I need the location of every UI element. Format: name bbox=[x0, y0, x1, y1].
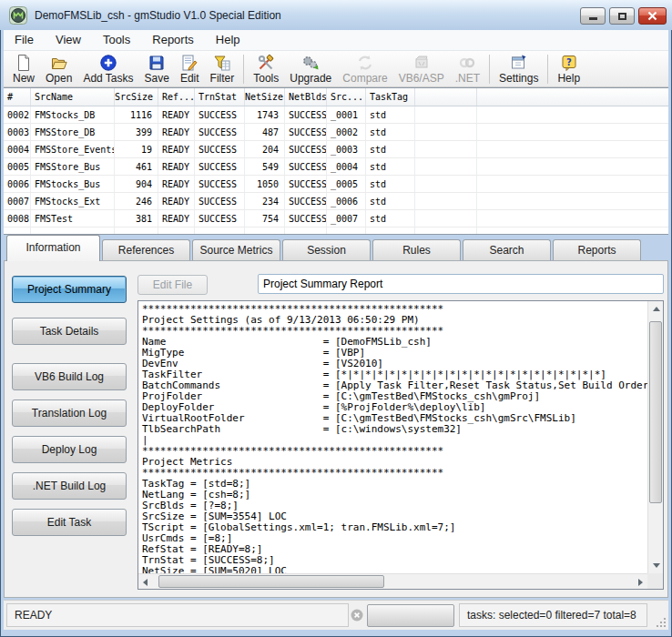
vb6-asp-box-icon bbox=[412, 54, 431, 72]
horizontal-scroll-thumb[interactable] bbox=[158, 575, 384, 588]
menu-view[interactable]: View bbox=[45, 30, 92, 50]
table-row[interactable]: 0002 FMStocks_DB 1116 READY SUCCESS 1743… bbox=[4, 106, 668, 124]
cell-netblds: SUCCESS bbox=[285, 210, 327, 227]
toolbar-separator bbox=[243, 55, 244, 84]
col-trnstat[interactable]: TrnStat bbox=[195, 88, 245, 106]
col-netblds[interactable]: NetBlds bbox=[285, 88, 327, 106]
table-row[interactable]: 0005 FMSStore_Bus 461 READY SUCCESS 549 … bbox=[4, 158, 668, 176]
task-details-button[interactable]: Task Details bbox=[12, 318, 127, 345]
cell-srcname: FMSStore_Bus bbox=[31, 158, 115, 175]
scroll-up-icon[interactable] bbox=[653, 307, 660, 311]
cell-tasktag: std bbox=[366, 193, 415, 209]
filter-label: Filter bbox=[210, 72, 235, 85]
cell-trnstat: SUCCESS bbox=[195, 106, 245, 123]
table-row[interactable]: 0007 FMStocks_Ext 246 READY SUCCESS 234 … bbox=[4, 193, 668, 210]
cell-trnstat: SUCCESS bbox=[195, 141, 245, 157]
scroll-down-icon[interactable] bbox=[653, 563, 660, 568]
col-srcsize[interactable]: SrcSize bbox=[115, 88, 158, 106]
vertical-scrollbar[interactable] bbox=[647, 301, 663, 573]
cell-extra bbox=[415, 176, 477, 192]
edit-task-button[interactable]: Edit Task bbox=[12, 509, 127, 536]
tools-button[interactable]: Tools bbox=[248, 52, 284, 86]
cell-tasktag: std bbox=[366, 106, 415, 123]
menu-help[interactable]: Help bbox=[205, 30, 251, 50]
col-netsize[interactable]: NetSize bbox=[245, 88, 285, 106]
cell-extra bbox=[415, 193, 477, 209]
open-button[interactable]: Open bbox=[40, 52, 77, 86]
help-button[interactable]: ? Help bbox=[552, 52, 585, 86]
cell-netblds: SUCCESS bbox=[285, 124, 327, 140]
cell-netsize: 1743 bbox=[245, 106, 285, 123]
cell-extra bbox=[415, 141, 477, 157]
filter-funnel-icon bbox=[213, 54, 231, 72]
settings-button[interactable]: Settings bbox=[494, 52, 544, 86]
menu-file[interactable]: File bbox=[4, 30, 45, 50]
vertical-scroll-thumb[interactable] bbox=[649, 321, 662, 503]
tab-search[interactable]: Search bbox=[463, 239, 551, 261]
filter-button[interactable]: Filter bbox=[205, 52, 240, 86]
cell-filler bbox=[477, 106, 668, 123]
cell-refstat: READY bbox=[158, 106, 195, 123]
open-label: Open bbox=[46, 72, 72, 85]
col-extra bbox=[415, 88, 477, 106]
scroll-left-icon[interactable] bbox=[143, 579, 148, 586]
resize-grip[interactable] bbox=[655, 616, 667, 628]
menu-tools[interactable]: Tools bbox=[92, 30, 141, 50]
vb6-asp-label: VB6/ASP bbox=[399, 72, 444, 85]
project-summary-button[interactable]: Project Summary bbox=[12, 276, 127, 303]
status-cancel-icon[interactable] bbox=[351, 609, 363, 622]
edit-button[interactable]: Edit bbox=[175, 52, 205, 86]
horizontal-scrollbar[interactable] bbox=[138, 573, 647, 589]
save-button[interactable]: Save bbox=[139, 52, 175, 86]
col-refstat[interactable]: Ref... bbox=[158, 88, 195, 106]
col-srcname[interactable]: SrcName bbox=[31, 88, 115, 106]
upgrade-button[interactable]: Upgrade bbox=[284, 52, 337, 86]
col-srcblds[interactable]: Src... bbox=[327, 88, 366, 106]
restore-button[interactable] bbox=[609, 7, 635, 25]
help-label: Help bbox=[557, 72, 580, 85]
translation-log-button[interactable]: Translation Log bbox=[12, 399, 127, 427]
cell-tasktag: std bbox=[366, 210, 415, 227]
cell-srcname: FMSStore_Events bbox=[31, 141, 115, 157]
upgrade-label: Upgrade bbox=[290, 72, 331, 85]
tab-source-metrics[interactable]: Source Metrics bbox=[192, 239, 280, 261]
edit-label: Edit bbox=[180, 72, 199, 85]
tab-references[interactable]: References bbox=[102, 239, 190, 261]
window-title: DemoFMSLib_csh - gmStudio V1.0 Special E… bbox=[35, 9, 281, 22]
cell-trnstat: SUCCESS bbox=[195, 193, 245, 209]
tab-reports[interactable]: Reports bbox=[553, 239, 641, 261]
report-textarea[interactable]: ****************************************… bbox=[137, 300, 664, 590]
menu-reports[interactable]: Reports bbox=[141, 30, 205, 50]
vb6-build-log-button[interactable]: VB6 Build Log bbox=[12, 363, 127, 390]
net-build-log-button[interactable]: .NET Build Log bbox=[12, 472, 127, 500]
table-row[interactable]: 0008 FMSTest 381 READY SUCCESS 754 SUCCE… bbox=[4, 210, 668, 228]
tab-session[interactable]: Session bbox=[282, 239, 371, 261]
new-button[interactable]: New bbox=[7, 52, 40, 86]
statusbar: READY tasks: selected=0 filtered=7 total… bbox=[4, 600, 668, 630]
report-title-input[interactable]: Project Summary Report bbox=[258, 274, 664, 294]
cell-netblds: SUCCESS bbox=[285, 106, 327, 123]
tab-rules[interactable]: Rules bbox=[372, 239, 461, 261]
close-button[interactable] bbox=[638, 7, 667, 25]
add-tasks-button[interactable]: Add Tasks bbox=[77, 52, 138, 86]
cell-srcname: FMSStore_DB bbox=[31, 124, 115, 140]
app-window: DemoFMSLib_csh - gmStudio V1.0 Special E… bbox=[0, 0, 672, 637]
table-row[interactable]: 0003 FMSStore_DB 399 READY SUCCESS 487 S… bbox=[4, 124, 668, 141]
grid-empty-area bbox=[4, 228, 668, 234]
table-row[interactable]: 0004 FMSStore_Events 19 READY SUCCESS 20… bbox=[4, 141, 668, 158]
cell-srcsize: 461 bbox=[115, 158, 158, 175]
scroll-right-icon[interactable] bbox=[638, 579, 643, 586]
table-row[interactable]: 0006 FMStocks_Bus 904 READY SUCCESS 1050… bbox=[4, 176, 668, 193]
cell-number: 0004 bbox=[4, 141, 31, 157]
minimize-button[interactable] bbox=[580, 7, 606, 25]
dotnet-button: .NET bbox=[450, 52, 485, 86]
cell-tasktag: std bbox=[366, 158, 415, 175]
tab-information[interactable]: Information bbox=[6, 235, 100, 261]
grid-header: # SrcName SrcSize Ref... TrnStat NetSize… bbox=[4, 88, 668, 106]
deploy-log-button[interactable]: Deploy Log bbox=[12, 436, 127, 463]
svg-text:?: ? bbox=[566, 56, 572, 66]
tools-label: Tools bbox=[253, 72, 279, 85]
status-message-panel: READY bbox=[6, 603, 349, 627]
col-number[interactable]: # bbox=[4, 88, 31, 106]
col-tasktag[interactable]: TaskTag bbox=[366, 88, 415, 106]
